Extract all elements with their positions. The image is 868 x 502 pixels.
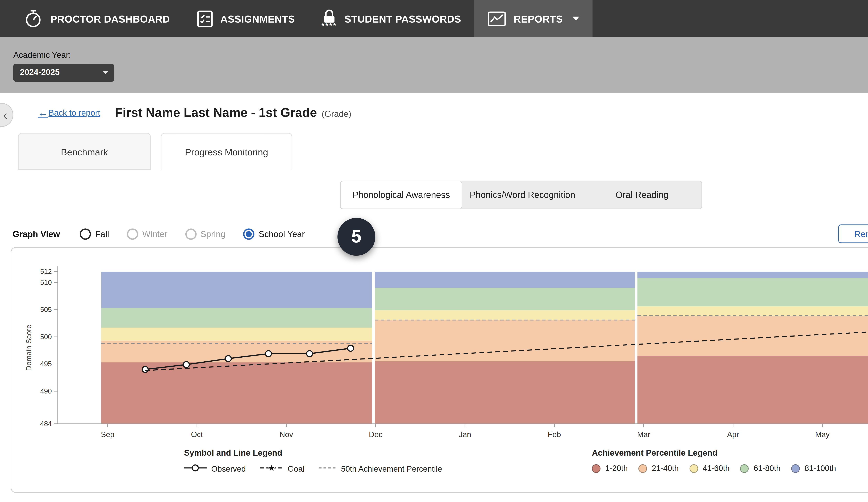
- svg-text:500: 500: [40, 333, 52, 341]
- legend-item-observed: Observed: [184, 464, 246, 474]
- svg-text:Apr: Apr: [727, 430, 739, 439]
- percentile-swatch: [791, 464, 800, 473]
- percentile-dash-icon: [319, 464, 336, 474]
- legend-label: 41-60th: [703, 464, 730, 473]
- svg-text:Domain Score: Domain Score: [25, 325, 33, 371]
- legend-label: 21-40th: [652, 464, 679, 473]
- svg-text:484: 484: [40, 420, 52, 428]
- radio-winter-control[interactable]: [127, 228, 138, 239]
- radio-winter[interactable]: Winter: [127, 228, 167, 239]
- radio-spring[interactable]: Spring: [185, 228, 226, 239]
- legend-item-1-20th: 1-20th: [592, 464, 628, 473]
- nav-label: PROCTOR DASHBOARD: [51, 13, 170, 24]
- student-name-grade: First Name Last Name - 1st Grade: [115, 106, 317, 119]
- academic-year-label: Academic Year:: [13, 51, 71, 60]
- legend-label: Goal: [288, 464, 304, 474]
- tab-progress-monitoring[interactable]: Progress Monitoring: [161, 133, 292, 170]
- legend-label: 50th Achievement Percentile: [341, 464, 442, 474]
- nav-reports[interactable]: REPORTS: [474, 0, 593, 37]
- legend-item-61-80th: 61-80th: [740, 464, 781, 473]
- legend-item-goal: Goal: [260, 464, 304, 474]
- symbol-legend-title: Symbol and Line Legend: [184, 448, 442, 458]
- nav-label: STUDENT PASSWORDS: [344, 13, 461, 24]
- svg-text:Jan: Jan: [459, 430, 471, 439]
- svg-text:May: May: [815, 430, 830, 439]
- academic-year-value: 2024-2025: [20, 68, 60, 77]
- academic-year-select[interactable]: 2024-2025: [13, 64, 114, 82]
- legend-item-percentile: 50th Achievement Percentile: [319, 464, 442, 474]
- svg-text:510: 510: [40, 279, 52, 286]
- password-asterisks: ****: [321, 24, 337, 28]
- svg-text:Mar: Mar: [637, 430, 650, 439]
- svg-text:Nov: Nov: [279, 430, 293, 439]
- radio-school-year[interactable]: School Year: [244, 228, 305, 239]
- svg-text:495: 495: [40, 360, 52, 368]
- chevron-down-icon: [573, 17, 579, 21]
- svg-text:Oct: Oct: [191, 430, 203, 439]
- percentile-swatch: [689, 464, 698, 473]
- nav-proctor-dashboard[interactable]: PROCTOR DASHBOARD: [10, 0, 183, 37]
- legend-label: 81-100th: [805, 464, 836, 473]
- subject-tab-phonics-word-recognition[interactable]: Phonics/Word Recognition: [462, 181, 582, 209]
- radio-school-year-control[interactable]: [244, 228, 255, 239]
- subject-tab-phonological-awareness[interactable]: Phonological Awareness: [341, 181, 462, 209]
- legend-item-21-40th: 21-40th: [638, 464, 679, 473]
- radio-spring-control[interactable]: [185, 228, 197, 239]
- radio-winter-label: Winter: [142, 229, 167, 239]
- nav-assignments[interactable]: ASSIGNMENTS: [183, 0, 308, 37]
- chart-icon: [488, 11, 506, 26]
- remove-goal-button[interactable]: Remove Goal: [838, 224, 868, 243]
- app-window: PROCTOR DASHBOARD ASSIGNMENTS **** STUDE…: [0, 0, 868, 502]
- nav-label: REPORTS: [514, 13, 563, 24]
- svg-text:Sep: Sep: [101, 430, 114, 439]
- svg-text:Dec: Dec: [369, 430, 382, 439]
- svg-text:505: 505: [40, 306, 52, 313]
- radio-spring-label: Spring: [200, 229, 226, 239]
- legend-item-41-60th: 41-60th: [689, 464, 730, 473]
- observed-line-icon: [184, 464, 207, 474]
- symbol-line-legend: Symbol and Line Legend Observed Goal: [184, 448, 442, 474]
- radio-fall[interactable]: Fall: [80, 228, 109, 239]
- gauge-icon: [23, 9, 43, 29]
- radio-fall-control[interactable]: [80, 228, 91, 239]
- svg-text:Feb: Feb: [548, 430, 561, 439]
- radio-fall-label: Fall: [95, 229, 109, 239]
- achievement-percentile-legend: Achievement Percentile Legend 1-20th 21-…: [592, 448, 836, 473]
- progress-chart: 484490495500505510512SepOctNovDecJanFebM…: [11, 248, 868, 442]
- percentile-swatch: [592, 464, 600, 473]
- top-navigation: PROCTOR DASHBOARD ASSIGNMENTS **** STUDE…: [0, 0, 868, 37]
- goal-star-icon: [260, 464, 283, 474]
- filter-bar: Academic Year: 2024-2025 Print: [0, 37, 868, 93]
- graph-view-label: Graph View: [13, 229, 60, 239]
- chevron-left-icon: ‹: [3, 107, 8, 123]
- tab-benchmark[interactable]: Benchmark: [18, 133, 151, 170]
- title-suffix: (Grade): [322, 109, 351, 119]
- percentile-swatch: [638, 464, 647, 473]
- step-annotation-badge: 5: [338, 218, 375, 256]
- subject-tab-oral-reading[interactable]: Oral Reading: [582, 181, 702, 209]
- lock-icon: ****: [321, 9, 337, 28]
- legend-label: Observed: [211, 464, 246, 474]
- back-link-label: Back to report: [49, 108, 100, 118]
- legend-label: 1-20th: [605, 464, 628, 473]
- back-to-report-link[interactable]: ← Back to report: [38, 108, 100, 118]
- nav-label: ASSIGNMENTS: [220, 13, 295, 24]
- page-title: First Name Last Name - 1st Grade(Grade): [115, 106, 351, 120]
- svg-text:512: 512: [40, 268, 52, 275]
- radio-school-year-label: School Year: [259, 229, 305, 239]
- graph-view-row: Graph View Fall Winter Spring School Yea…: [13, 224, 323, 243]
- progress-monitoring-chart-panel: 484490495500505510512SepOctNovDecJanFebM…: [11, 247, 868, 493]
- legend-item-81-100th: 81-100th: [791, 464, 836, 473]
- arrow-left-icon: ←: [38, 109, 48, 117]
- svg-text:490: 490: [40, 387, 52, 395]
- percentile-swatch: [740, 464, 749, 473]
- subject-tabs: Phonological Awareness Phonics/Word Reco…: [340, 181, 702, 209]
- achievement-legend-title: Achievement Percentile Legend: [592, 448, 836, 458]
- nav-student-passwords[interactable]: **** STUDENT PASSWORDS: [308, 0, 474, 37]
- clipboard-check-icon: [197, 9, 213, 28]
- legend-label: 61-80th: [754, 464, 781, 473]
